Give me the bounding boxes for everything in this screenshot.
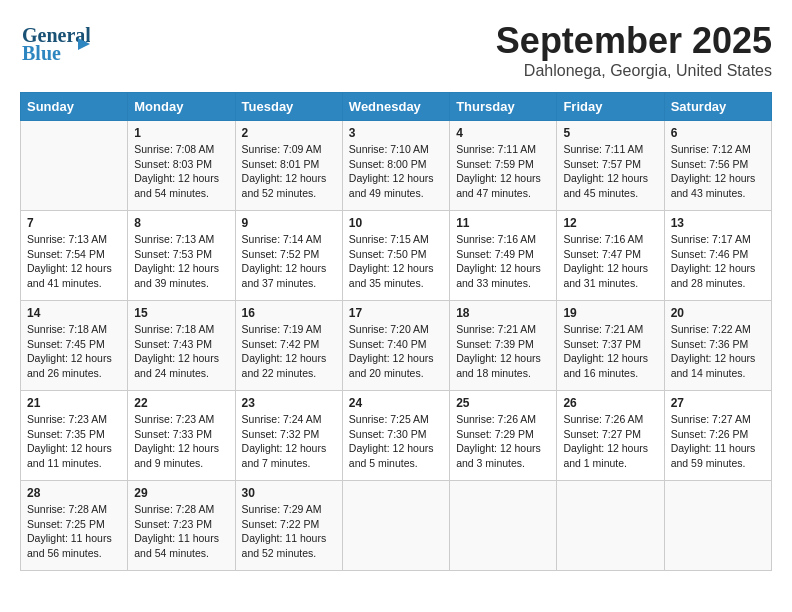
- calendar-week-row: 14Sunrise: 7:18 AMSunset: 7:45 PMDayligh…: [21, 301, 772, 391]
- calendar-cell: 8Sunrise: 7:13 AMSunset: 7:53 PMDaylight…: [128, 211, 235, 301]
- calendar-cell: 16Sunrise: 7:19 AMSunset: 7:42 PMDayligh…: [235, 301, 342, 391]
- calendar-table: SundayMondayTuesdayWednesdayThursdayFrid…: [20, 92, 772, 571]
- calendar-cell: 14Sunrise: 7:18 AMSunset: 7:45 PMDayligh…: [21, 301, 128, 391]
- calendar-cell: 25Sunrise: 7:26 AMSunset: 7:29 PMDayligh…: [450, 391, 557, 481]
- calendar-cell: [664, 481, 771, 571]
- day-number: 20: [671, 306, 765, 320]
- day-number: 12: [563, 216, 657, 230]
- calendar-cell: 26Sunrise: 7:26 AMSunset: 7:27 PMDayligh…: [557, 391, 664, 481]
- day-content: Sunrise: 7:18 AMSunset: 7:45 PMDaylight:…: [27, 322, 121, 381]
- day-content: Sunrise: 7:26 AMSunset: 7:29 PMDaylight:…: [456, 412, 550, 471]
- calendar-body: 1Sunrise: 7:08 AMSunset: 8:03 PMDaylight…: [21, 121, 772, 571]
- day-number: 5: [563, 126, 657, 140]
- day-number: 28: [27, 486, 121, 500]
- day-number: 10: [349, 216, 443, 230]
- calendar-cell: 22Sunrise: 7:23 AMSunset: 7:33 PMDayligh…: [128, 391, 235, 481]
- calendar-cell: 29Sunrise: 7:28 AMSunset: 7:23 PMDayligh…: [128, 481, 235, 571]
- calendar-cell: 27Sunrise: 7:27 AMSunset: 7:26 PMDayligh…: [664, 391, 771, 481]
- day-content: Sunrise: 7:21 AMSunset: 7:39 PMDaylight:…: [456, 322, 550, 381]
- day-content: Sunrise: 7:14 AMSunset: 7:52 PMDaylight:…: [242, 232, 336, 291]
- day-content: Sunrise: 7:13 AMSunset: 7:54 PMDaylight:…: [27, 232, 121, 291]
- weekday-header: Thursday: [450, 93, 557, 121]
- day-number: 24: [349, 396, 443, 410]
- calendar-cell: 18Sunrise: 7:21 AMSunset: 7:39 PMDayligh…: [450, 301, 557, 391]
- day-content: Sunrise: 7:28 AMSunset: 7:23 PMDaylight:…: [134, 502, 228, 561]
- day-number: 7: [27, 216, 121, 230]
- calendar-cell: 6Sunrise: 7:12 AMSunset: 7:56 PMDaylight…: [664, 121, 771, 211]
- calendar-cell: [21, 121, 128, 211]
- calendar-week-row: 1Sunrise: 7:08 AMSunset: 8:03 PMDaylight…: [21, 121, 772, 211]
- day-content: Sunrise: 7:25 AMSunset: 7:30 PMDaylight:…: [349, 412, 443, 471]
- day-number: 11: [456, 216, 550, 230]
- day-number: 29: [134, 486, 228, 500]
- calendar-cell: 2Sunrise: 7:09 AMSunset: 8:01 PMDaylight…: [235, 121, 342, 211]
- calendar-header-row: SundayMondayTuesdayWednesdayThursdayFrid…: [21, 93, 772, 121]
- day-number: 9: [242, 216, 336, 230]
- day-content: Sunrise: 7:16 AMSunset: 7:49 PMDaylight:…: [456, 232, 550, 291]
- day-number: 8: [134, 216, 228, 230]
- calendar-cell: 5Sunrise: 7:11 AMSunset: 7:57 PMDaylight…: [557, 121, 664, 211]
- day-content: Sunrise: 7:27 AMSunset: 7:26 PMDaylight:…: [671, 412, 765, 471]
- month-year-title: September 2025: [496, 20, 772, 62]
- calendar-cell: 4Sunrise: 7:11 AMSunset: 7:59 PMDaylight…: [450, 121, 557, 211]
- weekday-header: Monday: [128, 93, 235, 121]
- day-content: Sunrise: 7:28 AMSunset: 7:25 PMDaylight:…: [27, 502, 121, 561]
- day-content: Sunrise: 7:08 AMSunset: 8:03 PMDaylight:…: [134, 142, 228, 201]
- day-content: Sunrise: 7:20 AMSunset: 7:40 PMDaylight:…: [349, 322, 443, 381]
- day-content: Sunrise: 7:23 AMSunset: 7:33 PMDaylight:…: [134, 412, 228, 471]
- day-content: Sunrise: 7:18 AMSunset: 7:43 PMDaylight:…: [134, 322, 228, 381]
- calendar-cell: 28Sunrise: 7:28 AMSunset: 7:25 PMDayligh…: [21, 481, 128, 571]
- day-content: Sunrise: 7:21 AMSunset: 7:37 PMDaylight:…: [563, 322, 657, 381]
- calendar-cell: 10Sunrise: 7:15 AMSunset: 7:50 PMDayligh…: [342, 211, 449, 301]
- day-content: Sunrise: 7:10 AMSunset: 8:00 PMDaylight:…: [349, 142, 443, 201]
- location-subtitle: Dahlonega, Georgia, United States: [496, 62, 772, 80]
- day-number: 23: [242, 396, 336, 410]
- calendar-cell: 24Sunrise: 7:25 AMSunset: 7:30 PMDayligh…: [342, 391, 449, 481]
- calendar-cell: [557, 481, 664, 571]
- day-number: 21: [27, 396, 121, 410]
- day-number: 13: [671, 216, 765, 230]
- day-number: 4: [456, 126, 550, 140]
- weekday-header: Tuesday: [235, 93, 342, 121]
- day-content: Sunrise: 7:12 AMSunset: 7:56 PMDaylight:…: [671, 142, 765, 201]
- calendar-cell: 19Sunrise: 7:21 AMSunset: 7:37 PMDayligh…: [557, 301, 664, 391]
- day-number: 18: [456, 306, 550, 320]
- calendar-cell: 15Sunrise: 7:18 AMSunset: 7:43 PMDayligh…: [128, 301, 235, 391]
- day-content: Sunrise: 7:11 AMSunset: 7:59 PMDaylight:…: [456, 142, 550, 201]
- calendar-cell: 13Sunrise: 7:17 AMSunset: 7:46 PMDayligh…: [664, 211, 771, 301]
- calendar-cell: 1Sunrise: 7:08 AMSunset: 8:03 PMDaylight…: [128, 121, 235, 211]
- weekday-header: Sunday: [21, 93, 128, 121]
- day-number: 17: [349, 306, 443, 320]
- calendar-cell: [450, 481, 557, 571]
- calendar-cell: 21Sunrise: 7:23 AMSunset: 7:35 PMDayligh…: [21, 391, 128, 481]
- calendar-cell: 3Sunrise: 7:10 AMSunset: 8:00 PMDaylight…: [342, 121, 449, 211]
- calendar-week-row: 21Sunrise: 7:23 AMSunset: 7:35 PMDayligh…: [21, 391, 772, 481]
- calendar-week-row: 28Sunrise: 7:28 AMSunset: 7:25 PMDayligh…: [21, 481, 772, 571]
- day-number: 15: [134, 306, 228, 320]
- day-content: Sunrise: 7:17 AMSunset: 7:46 PMDaylight:…: [671, 232, 765, 291]
- calendar-cell: 23Sunrise: 7:24 AMSunset: 7:32 PMDayligh…: [235, 391, 342, 481]
- day-content: Sunrise: 7:22 AMSunset: 7:36 PMDaylight:…: [671, 322, 765, 381]
- calendar-cell: [342, 481, 449, 571]
- day-content: Sunrise: 7:24 AMSunset: 7:32 PMDaylight:…: [242, 412, 336, 471]
- day-number: 25: [456, 396, 550, 410]
- calendar-cell: 30Sunrise: 7:29 AMSunset: 7:22 PMDayligh…: [235, 481, 342, 571]
- day-content: Sunrise: 7:16 AMSunset: 7:47 PMDaylight:…: [563, 232, 657, 291]
- day-number: 22: [134, 396, 228, 410]
- day-number: 2: [242, 126, 336, 140]
- svg-text:Blue: Blue: [22, 42, 61, 64]
- day-number: 30: [242, 486, 336, 500]
- weekday-header: Saturday: [664, 93, 771, 121]
- day-number: 16: [242, 306, 336, 320]
- calendar-cell: 12Sunrise: 7:16 AMSunset: 7:47 PMDayligh…: [557, 211, 664, 301]
- calendar-cell: 20Sunrise: 7:22 AMSunset: 7:36 PMDayligh…: [664, 301, 771, 391]
- day-content: Sunrise: 7:11 AMSunset: 7:57 PMDaylight:…: [563, 142, 657, 201]
- calendar-cell: 9Sunrise: 7:14 AMSunset: 7:52 PMDaylight…: [235, 211, 342, 301]
- weekday-header: Wednesday: [342, 93, 449, 121]
- calendar-week-row: 7Sunrise: 7:13 AMSunset: 7:54 PMDaylight…: [21, 211, 772, 301]
- day-number: 3: [349, 126, 443, 140]
- day-content: Sunrise: 7:29 AMSunset: 7:22 PMDaylight:…: [242, 502, 336, 561]
- day-content: Sunrise: 7:19 AMSunset: 7:42 PMDaylight:…: [242, 322, 336, 381]
- day-number: 19: [563, 306, 657, 320]
- day-content: Sunrise: 7:23 AMSunset: 7:35 PMDaylight:…: [27, 412, 121, 471]
